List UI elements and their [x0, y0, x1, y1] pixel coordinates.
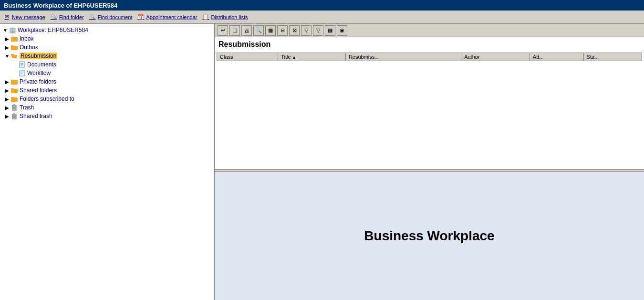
- folder-icon: [10, 86, 18, 94]
- svg-rect-26: [12, 114, 17, 115]
- toolbar-item-appointment-calendar[interactable]: 📅Appointment calendar: [137, 13, 197, 21]
- col-header-sta[interactable]: Sta...: [583, 53, 642, 61]
- toggle-resubmission: ▼: [4, 54, 10, 59]
- toolbar-item-distribution-lists[interactable]: 📋Distribution lists: [202, 13, 248, 21]
- toggle-inbox: ▶: [4, 36, 10, 42]
- toggle-shared-trash: ▶: [4, 114, 10, 119]
- search-icon[interactable]: 🔍: [253, 25, 264, 36]
- tree-item-shared-folders[interactable]: ▶Shared folders: [0, 86, 214, 95]
- folder-icon: [10, 35, 18, 43]
- tree-label-shared-folders: Shared folders: [20, 87, 57, 94]
- left-panel: ▼🏢Workplace: EHP6USER584▶Inbox▶Outbox▼Re…: [0, 24, 215, 300]
- main-content: ▼🏢Workplace: EHP6USER584▶Inbox▶Outbox▼Re…: [0, 24, 644, 300]
- tree-label-trash: Trash: [20, 104, 34, 111]
- tree-label-documents: Documents: [27, 61, 56, 68]
- svg-rect-21: [13, 104, 15, 105]
- tree-item-folders-subscribed[interactable]: ▶Folders subscribed to: [0, 95, 214, 103]
- sort2-icon[interactable]: ▽: [313, 25, 323, 36]
- toggle-outbox: ▶: [4, 45, 10, 50]
- svg-rect-8: [21, 65, 22, 65]
- right-panel: ↩▢🖨🔍▦⊟⊠▽▽▦◉ Resubmission ClassTitleResub…: [215, 24, 644, 300]
- layout-icon[interactable]: ▦: [325, 25, 335, 36]
- svg-rect-12: [21, 74, 22, 74]
- new-window-icon[interactable]: ▢: [229, 25, 240, 36]
- tree-label-outbox: Outbox: [20, 44, 38, 51]
- tree-label-workflow: Workflow: [27, 70, 51, 76]
- tree-item-workflow[interactable]: Workflow: [0, 69, 214, 77]
- appointment-calendar-icon: 📅: [137, 13, 145, 21]
- new-message-icon: ✉: [3, 13, 10, 21]
- filter2-icon[interactable]: ⊠: [289, 25, 300, 36]
- svg-rect-6: [21, 63, 23, 64]
- col-header-title[interactable]: Title: [278, 53, 346, 61]
- toggle-workflow: [11, 71, 18, 76]
- doc-icon: [18, 69, 26, 77]
- table-area: Resubmission ClassTitleResubmiss...Autho…: [215, 37, 644, 169]
- tree-label-folders-subscribed: Folders subscribed to: [20, 96, 74, 102]
- toolbar-item-find-folder[interactable]: 🔍Find folder: [50, 13, 84, 21]
- tree-label-inbox: Inbox: [20, 35, 33, 42]
- svg-rect-11: [21, 73, 23, 73]
- table-header-row: ClassTitleResubmiss...AuthorAtt...Sta...: [217, 53, 642, 61]
- folder-icon: [10, 78, 18, 86]
- back-icon[interactable]: ↩: [218, 25, 228, 36]
- svg-rect-3: [11, 45, 14, 47]
- section-title: Resubmission: [217, 39, 642, 50]
- title-bar: Business Workplace of EHP6USER584: [0, 0, 644, 11]
- data-table: ClassTitleResubmiss...AuthorAtt...Sta...: [217, 53, 642, 61]
- svg-rect-1: [11, 37, 14, 38]
- folder-open-icon: [10, 52, 18, 60]
- find-document-icon: 🔍: [89, 13, 96, 21]
- col-header-class[interactable]: Class: [217, 53, 278, 61]
- print-icon[interactable]: 🖨: [241, 25, 252, 36]
- root-toggle: ▼: [2, 28, 9, 33]
- svg-rect-4: [11, 54, 14, 55]
- bottom-panel: Business Workplace: [215, 172, 644, 300]
- tree-label-shared-trash: Shared trash: [20, 113, 52, 119]
- tree-item-shared-trash[interactable]: ▶Shared trash: [0, 112, 214, 120]
- tree-item-documents[interactable]: Documents: [0, 60, 214, 69]
- distribution-lists-icon: 📋: [202, 13, 209, 21]
- grid-icon[interactable]: ▦: [265, 25, 276, 36]
- toolbar: ✉New message🔍Find folder🔍Find document📅A…: [0, 11, 644, 24]
- tree-label-private-folders: Private folders: [20, 78, 56, 85]
- tree-item-resubmission[interactable]: ▼Resubmission: [0, 52, 214, 60]
- svg-rect-14: [11, 80, 14, 81]
- col-header-resubmission[interactable]: Resubmiss...: [345, 53, 461, 61]
- toggle-folders-subscribed: ▶: [4, 96, 10, 102]
- toolbar-item-new-message[interactable]: ✉New message: [3, 13, 45, 21]
- svg-rect-7: [21, 64, 23, 64]
- col-header-author[interactable]: Author: [461, 53, 530, 61]
- right-toolbar: ↩▢🖨🔍▦⊟⊠▽▽▦◉: [215, 24, 644, 37]
- tree-label-resubmission: Resubmission: [20, 53, 57, 59]
- col-header-att[interactable]: Att...: [530, 53, 583, 61]
- tree-item-trash[interactable]: ▶Trash: [0, 103, 214, 112]
- tree-item-inbox[interactable]: ▶Inbox: [0, 34, 214, 43]
- toggle-shared-folders: ▶: [4, 88, 10, 93]
- tree-root[interactable]: ▼🏢Workplace: EHP6USER584: [0, 26, 214, 34]
- find-folder-icon: 🔍: [50, 13, 58, 21]
- folder-icon: [10, 95, 18, 103]
- doc-icon: [18, 61, 26, 68]
- toggle-documents: [11, 62, 18, 67]
- svg-rect-18: [11, 97, 14, 98]
- tree-item-private-folders[interactable]: ▶Private folders: [0, 77, 214, 86]
- tree-item-outbox[interactable]: ▶Outbox: [0, 43, 214, 52]
- toolbar-item-find-document[interactable]: 🔍Find document: [89, 13, 133, 21]
- sort-icon[interactable]: ▽: [301, 25, 312, 36]
- title-text: Business Workplace of EHP6USER584: [4, 2, 117, 9]
- trash-icon: [10, 112, 18, 120]
- globe-icon[interactable]: ◉: [337, 25, 347, 36]
- folder-icon: [10, 43, 18, 51]
- workplace-icon: 🏢: [9, 26, 16, 34]
- svg-rect-20: [12, 105, 17, 106]
- trash-icon: [10, 104, 18, 111]
- content-area: Resubmission ClassTitleResubmiss...Autho…: [215, 37, 644, 300]
- root-label: Workplace: EHP6USER584: [18, 27, 88, 33]
- toggle-private-folders: ▶: [4, 79, 10, 85]
- svg-rect-16: [11, 88, 14, 90]
- table-head: ClassTitleResubmiss...AuthorAtt...Sta...: [217, 53, 642, 61]
- svg-rect-27: [13, 113, 15, 114]
- bottom-panel-title: Business Workplace: [364, 228, 494, 244]
- filter-icon[interactable]: ⊟: [277, 25, 288, 36]
